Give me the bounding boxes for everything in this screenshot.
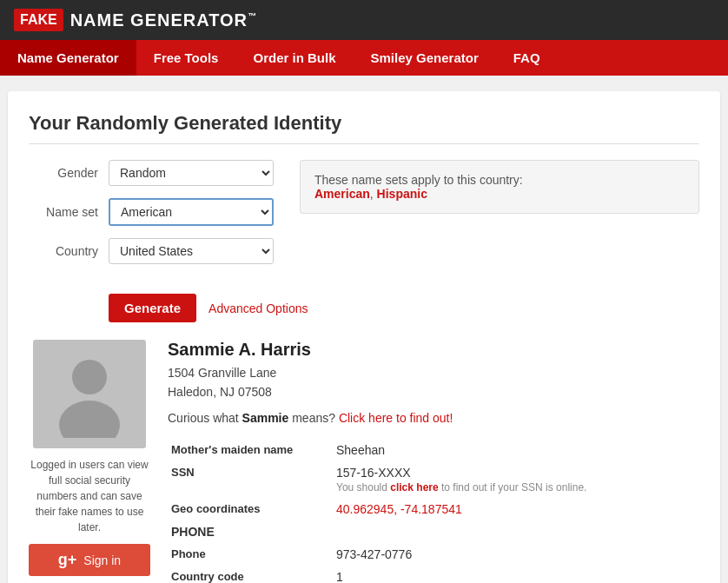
nav-smiley-generator[interactable]: Smiley Generator bbox=[354, 40, 496, 76]
main-nav: Name Generator Free Tools Order in Bulk … bbox=[0, 40, 728, 76]
signin-label: Sign in bbox=[83, 553, 121, 567]
table-row: Country code 1 bbox=[168, 566, 699, 583]
nav-faq[interactable]: FAQ bbox=[496, 40, 558, 76]
ssn-note-text1: You should bbox=[336, 481, 390, 494]
curious-name: Sammie bbox=[242, 411, 289, 425]
avatar-logged-in-info: Logged in users can view full social sec… bbox=[29, 457, 150, 535]
detail-table: Mother's maiden name Sheehan SSN 157-16-… bbox=[168, 439, 699, 583]
gender-select[interactable]: Random Male Female bbox=[109, 160, 274, 186]
info-link-hispanic[interactable]: Hispanic bbox=[377, 187, 427, 201]
geo-coordinates-link[interactable]: 40.962945, -74.187541 bbox=[336, 502, 462, 516]
svg-point-1 bbox=[59, 401, 120, 438]
main-content: Your Randomly Generated Identity Gender … bbox=[8, 91, 720, 583]
country-code-label: Country code bbox=[168, 566, 333, 583]
form-section: Gender Random Male Female Name set Ameri… bbox=[29, 160, 699, 276]
info-separator: , bbox=[370, 187, 377, 201]
curious-text: Curious what bbox=[168, 411, 242, 425]
curious-link[interactable]: Click here to find out! bbox=[339, 411, 453, 425]
nameset-row: Name set American Hispanic British Frenc… bbox=[29, 198, 274, 226]
phone-header-row: PHONE bbox=[168, 520, 699, 543]
nav-name-generator[interactable]: Name Generator bbox=[0, 40, 136, 76]
address-line1: 1504 Granville Lane bbox=[168, 366, 276, 380]
country-row: Country United States Canada United King… bbox=[29, 238, 274, 264]
geo-label: Geo coordinates bbox=[168, 498, 333, 520]
info-box-container: These name sets apply to this country: A… bbox=[300, 160, 699, 276]
ssn-click-link[interactable]: click here bbox=[390, 481, 438, 494]
address-line2: Haledon, NJ 07508 bbox=[168, 385, 272, 399]
curious-text2: means? bbox=[288, 411, 339, 425]
logo-fake: FAKE bbox=[14, 9, 63, 31]
gplus-icon: g+ bbox=[58, 551, 77, 569]
country-nameset-info: These name sets apply to this country: A… bbox=[300, 160, 699, 214]
country-select[interactable]: United States Canada United Kingdom Aust… bbox=[109, 238, 274, 264]
identity-details: Sammie A. Harris 1504 Granville Lane Hal… bbox=[168, 340, 699, 583]
phone-value: 973-427-0776 bbox=[333, 543, 699, 566]
table-row: SSN 157-16-XXXX You should click here to… bbox=[168, 461, 699, 498]
nav-order-in-bulk[interactable]: Order in Bulk bbox=[235, 40, 353, 76]
ssn-label: SSN bbox=[168, 461, 333, 498]
table-row: Mother's maiden name Sheehan bbox=[168, 439, 699, 461]
phone-label: Phone bbox=[168, 543, 333, 566]
generate-row: Generate Advanced Options bbox=[109, 294, 699, 322]
signin-button[interactable]: g+ Sign in bbox=[29, 544, 150, 576]
page-title: Your Randomly Generated Identity bbox=[29, 112, 699, 144]
info-text: These name sets apply to this country: bbox=[314, 173, 523, 187]
info-link-american[interactable]: American bbox=[314, 187, 370, 201]
ssn-note-text2: to find out if your SSN is online. bbox=[439, 481, 587, 494]
nav-free-tools[interactable]: Free Tools bbox=[136, 40, 236, 76]
avatar bbox=[33, 340, 146, 448]
avatar-column: Logged in users can view full social sec… bbox=[29, 340, 150, 583]
nameset-label: Name set bbox=[29, 205, 98, 219]
advanced-options-link[interactable]: Advanced Options bbox=[208, 301, 308, 315]
gender-label: Gender bbox=[29, 166, 98, 180]
ssn-value: 157-16-XXXX You should click here to fin… bbox=[333, 461, 699, 498]
country-code-value: 1 bbox=[333, 566, 699, 583]
maiden-name-label: Mother's maiden name bbox=[168, 439, 333, 461]
header: FAKE NAME GENERATOR™ bbox=[0, 0, 728, 40]
avatar-silhouette bbox=[46, 351, 133, 438]
identity-section: Logged in users can view full social sec… bbox=[29, 340, 699, 583]
svg-point-0 bbox=[72, 360, 107, 394]
identity-curious: Curious what Sammie means? Click here to… bbox=[168, 411, 699, 425]
phone-header: PHONE bbox=[168, 520, 699, 543]
country-label: Country bbox=[29, 244, 98, 258]
generate-button[interactable]: Generate bbox=[109, 294, 196, 322]
table-row: Phone 973-427-0776 bbox=[168, 543, 699, 566]
nameset-select[interactable]: American Hispanic British French German bbox=[109, 198, 274, 226]
site-title: NAME GENERATOR™ bbox=[70, 10, 257, 30]
identity-address: 1504 Granville Lane Haledon, NJ 07508 bbox=[168, 363, 699, 402]
identity-name: Sammie A. Harris bbox=[168, 340, 699, 360]
maiden-name-value: Sheehan bbox=[333, 439, 699, 461]
geo-value: 40.962945, -74.187541 bbox=[333, 498, 699, 520]
ssn-note: You should click here to find out if you… bbox=[336, 481, 696, 494]
gender-row: Gender Random Male Female bbox=[29, 160, 274, 186]
form-fields: Gender Random Male Female Name set Ameri… bbox=[29, 160, 274, 276]
table-row: Geo coordinates 40.962945, -74.187541 bbox=[168, 498, 699, 520]
